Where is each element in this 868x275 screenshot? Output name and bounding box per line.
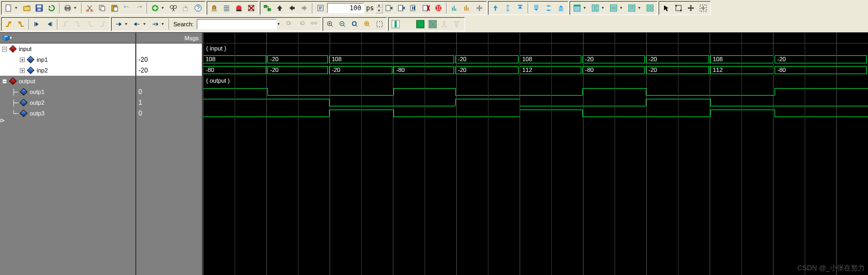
search-input[interactable]: [196, 19, 277, 30]
signal-in-button[interactable]: [3, 18, 14, 30]
wave-style1-button[interactable]: [390, 18, 402, 30]
zoom-out-button[interactable]: [337, 18, 348, 30]
driver-in-dd[interactable]: ▾: [125, 22, 130, 26]
prev-edge-button[interactable]: [31, 18, 43, 30]
driver-in-button[interactable]: [113, 18, 125, 30]
back-arrow-button[interactable]: [286, 2, 298, 14]
layout2-dd[interactable]: ▾: [602, 6, 607, 10]
signal-pane-header[interactable]: ▾: [0, 33, 135, 44]
wave-row-0[interactable]: ( input ): [203, 44, 868, 54]
prev-transition-button[interactable]: [60, 18, 71, 30]
time-input[interactable]: [327, 3, 364, 13]
search-dropdown[interactable]: ▾: [278, 22, 283, 26]
up-arrow-button[interactable]: [274, 2, 286, 14]
next-falling-button[interactable]: [97, 18, 108, 30]
signal-row-output[interactable]: −output: [0, 76, 135, 86]
link-button[interactable]: [261, 2, 273, 14]
msg-row-outp3[interactable]: 0: [136, 108, 202, 119]
signal-out-button[interactable]: [15, 18, 27, 30]
driver-trace-dd[interactable]: ▾: [162, 22, 167, 26]
goto-button[interactable]: [180, 2, 192, 14]
new-button[interactable]: [3, 2, 14, 14]
wave-row-1[interactable]: 108-20108-20108-20-20108-20: [203, 54, 868, 65]
signal-row-outp1[interactable]: ├─outp1: [0, 86, 135, 97]
wave-row-6[interactable]: [203, 108, 868, 119]
driver-out-dd[interactable]: ▾: [143, 22, 149, 26]
search-all-button[interactable]: [308, 18, 320, 30]
chart2-button[interactable]: [461, 2, 473, 14]
reload-button[interactable]: [46, 2, 57, 14]
cursor-top-button[interactable]: [514, 2, 526, 14]
instance-dropdown[interactable]: ▾: [10, 36, 15, 40]
zoom-in-button[interactable]: [324, 18, 336, 30]
layout3-button[interactable]: [608, 2, 619, 14]
select-region-button[interactable]: [673, 2, 684, 14]
group-up-button[interactable]: [555, 2, 567, 14]
layout4-dd[interactable]: ▾: [638, 6, 644, 10]
next-transition-button[interactable]: [72, 18, 84, 30]
layout3-dd[interactable]: ▾: [620, 6, 625, 10]
pan-button[interactable]: [473, 2, 485, 14]
msg-row-output[interactable]: [136, 76, 202, 86]
find-button[interactable]: [167, 2, 179, 14]
cut-button[interactable]: [84, 2, 96, 14]
signal-row-inp1[interactable]: ├─+inp1: [0, 54, 135, 65]
layout2-button[interactable]: [589, 2, 601, 14]
continue-button[interactable]: [408, 2, 420, 14]
print-dropdown[interactable]: ▾: [74, 6, 79, 10]
signal-row-inp2[interactable]: └─+inp2: [0, 65, 135, 76]
tree-toggle[interactable]: −: [2, 79, 7, 84]
driver-trace-button[interactable]: [149, 18, 161, 30]
time-ruler[interactable]: [203, 33, 868, 44]
add-dropdown[interactable]: ▾: [162, 6, 167, 10]
msg-row-outp2[interactable]: 1: [136, 97, 202, 108]
paste-button[interactable]: [108, 2, 120, 14]
wave-style5-button[interactable]: [439, 18, 451, 30]
msg-row-inp1[interactable]: -20: [136, 54, 202, 65]
log-button[interactable]: [315, 2, 326, 14]
run-button[interactable]: [383, 2, 395, 14]
driver-out-button[interactable]: [131, 18, 143, 30]
wave-style2-button[interactable]: [402, 18, 414, 30]
open-button[interactable]: [21, 2, 33, 14]
stop-button[interactable]: [420, 2, 432, 14]
copy-button[interactable]: [96, 2, 108, 14]
cursor-up-button[interactable]: [490, 2, 501, 14]
add-button[interactable]: [149, 2, 161, 14]
tree-toggle[interactable]: +: [20, 68, 25, 73]
zoom-full-button[interactable]: [349, 18, 361, 30]
wave-row-3[interactable]: ( output ): [203, 76, 868, 86]
zoom-area-button[interactable]: [374, 18, 385, 30]
time-down[interactable]: ▾: [375, 8, 383, 13]
next-edge-button[interactable]: [43, 18, 55, 30]
time-up[interactable]: ▴: [375, 3, 383, 8]
msg-row-inp2[interactable]: -20: [136, 65, 202, 76]
tree-toggle[interactable]: +: [20, 57, 25, 62]
clear-button[interactable]: [245, 2, 257, 14]
print-button[interactable]: [62, 2, 74, 14]
prev-falling-button[interactable]: [84, 18, 96, 30]
compile-button[interactable]: [208, 2, 220, 14]
wave-style6-button[interactable]: [451, 18, 463, 30]
search-next-button[interactable]: [296, 18, 308, 30]
help-button[interactable]: ?: [192, 2, 204, 14]
group-down-button[interactable]: [530, 2, 542, 14]
pointer-button[interactable]: [660, 2, 672, 14]
wave-style4-button[interactable]: [427, 18, 439, 30]
run-all-button[interactable]: [396, 2, 407, 14]
fwd-arrow-button[interactable]: [298, 2, 310, 14]
wave-style3-button[interactable]: [414, 18, 426, 30]
zoom-region-button[interactable]: [697, 2, 709, 14]
layout4-button[interactable]: [626, 2, 638, 14]
undo-button[interactable]: [121, 2, 133, 14]
wave-row-2[interactable]: -80-20-20-80-20112-80-20112-80: [203, 65, 868, 76]
layout1-dd[interactable]: ▾: [583, 6, 589, 10]
new-dropdown[interactable]: ▾: [15, 6, 20, 10]
tree-toggle[interactable]: −: [2, 47, 7, 52]
signal-row-outp2[interactable]: ├─outp2: [0, 97, 135, 108]
wave-row-4[interactable]: [203, 86, 868, 97]
layout5-button[interactable]: [644, 2, 656, 14]
chart1-button[interactable]: [449, 2, 461, 14]
layout1-button[interactable]: [571, 2, 583, 14]
wave-row-5[interactable]: [203, 97, 868, 108]
